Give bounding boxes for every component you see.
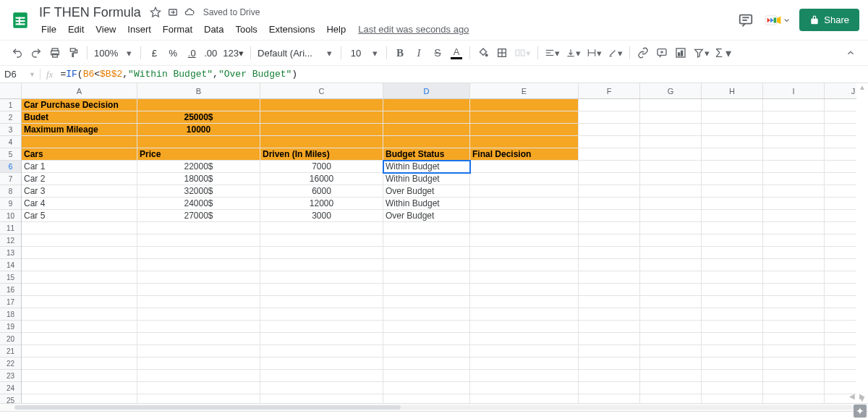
row-header-6[interactable]: 6	[0, 161, 21, 173]
cell-A1[interactable]: Car Purchase Decision	[22, 99, 137, 111]
cell-C6[interactable]: 7000	[260, 161, 383, 173]
cell-B5[interactable]: Price	[137, 148, 260, 161]
cell-E16[interactable]	[470, 284, 579, 296]
cell-D10[interactable]: Over Budget	[383, 210, 470, 222]
cell-G1[interactable]	[640, 99, 702, 111]
cell-C9[interactable]: 12000	[260, 198, 383, 210]
cell-A23[interactable]	[22, 370, 137, 382]
cell-I22[interactable]	[763, 357, 825, 370]
add-sheet-button[interactable]: +	[7, 415, 25, 420]
cell-H14[interactable]	[702, 259, 763, 271]
row-header-13[interactable]: 13	[0, 247, 21, 259]
sheets-logo[interactable]	[6, 6, 35, 35]
cell-C16[interactable]	[260, 284, 383, 296]
cell-C8[interactable]: 6000	[260, 185, 383, 198]
cell-H3[interactable]	[702, 124, 763, 136]
menu-file[interactable]: File	[36, 22, 61, 37]
cell-F5[interactable]	[579, 148, 640, 161]
cell-C3[interactable]	[260, 124, 383, 136]
cell-A14[interactable]	[22, 259, 137, 271]
strikethrough-button[interactable]: S	[429, 44, 446, 62]
cell-C24[interactable]	[260, 382, 383, 394]
cell-E24[interactable]	[470, 382, 579, 394]
cell-C21[interactable]	[260, 345, 383, 357]
wrap-button[interactable]: ▾	[584, 44, 604, 62]
row-header-24[interactable]: 24	[0, 382, 21, 394]
cell-C23[interactable]	[260, 370, 383, 382]
cell-D19[interactable]	[383, 321, 470, 333]
cell-I21[interactable]	[763, 345, 825, 357]
cell-D18[interactable]	[383, 308, 470, 321]
cell-G12[interactable]	[640, 234, 702, 247]
cell-J15[interactable]	[825, 271, 856, 284]
row-header-7[interactable]: 7	[0, 173, 21, 185]
menu-tools[interactable]: Tools	[230, 22, 262, 37]
cell-J21[interactable]	[825, 345, 856, 357]
cell-A12[interactable]	[22, 234, 137, 247]
cell-B23[interactable]	[137, 370, 260, 382]
cell-B12[interactable]	[137, 234, 260, 247]
cell-B24[interactable]	[137, 382, 260, 394]
cell-E8[interactable]	[470, 185, 579, 198]
cell-I4[interactable]	[763, 136, 825, 148]
cell-F13[interactable]	[579, 247, 640, 259]
name-box[interactable]: D6 ▼	[0, 69, 41, 80]
menu-format[interactable]: Format	[158, 22, 197, 37]
cell-J6[interactable]	[825, 161, 856, 173]
cell-I23[interactable]	[763, 370, 825, 382]
share-button[interactable]: Share	[799, 9, 859, 31]
menu-help[interactable]: Help	[321, 22, 351, 37]
cell-C15[interactable]	[260, 271, 383, 284]
cell-B9[interactable]: 24000$	[137, 198, 260, 210]
chart-button[interactable]	[672, 44, 689, 62]
cell-J10[interactable]	[825, 210, 856, 222]
cell-F3[interactable]	[579, 124, 640, 136]
cell-A15[interactable]	[22, 271, 137, 284]
cell-J19[interactable]	[825, 321, 856, 333]
row-header-19[interactable]: 19	[0, 321, 21, 333]
scroll-up-icon[interactable]: ▲	[859, 83, 866, 91]
cell-H24[interactable]	[702, 382, 763, 394]
cell-A18[interactable]	[22, 308, 137, 321]
row-header-2[interactable]: 2	[0, 111, 21, 124]
cell-B13[interactable]	[137, 247, 260, 259]
cell-H4[interactable]	[702, 136, 763, 148]
cell-J7[interactable]	[825, 173, 856, 185]
cell-H17[interactable]	[702, 296, 763, 308]
cell-F6[interactable]	[579, 161, 640, 173]
star-icon[interactable]	[150, 7, 161, 18]
cell-C10[interactable]: 3000	[260, 210, 383, 222]
cell-D21[interactable]	[383, 345, 470, 357]
cell-E13[interactable]	[470, 247, 579, 259]
cell-H22[interactable]	[702, 357, 763, 370]
halign-button[interactable]: ▾	[542, 44, 562, 62]
cell-E18[interactable]	[470, 308, 579, 321]
col-header-B[interactable]: B	[137, 83, 260, 98]
cell-E6[interactable]	[470, 161, 579, 173]
valign-button[interactable]: ▾	[563, 44, 583, 62]
col-header-D[interactable]: D	[383, 83, 470, 98]
sheet-tab[interactable]: Sheet1 ▼	[56, 412, 111, 419]
cell-A11[interactable]	[22, 222, 137, 234]
cell-F18[interactable]	[579, 308, 640, 321]
row-header-10[interactable]: 10	[0, 210, 21, 222]
menu-edit[interactable]: Edit	[63, 22, 89, 37]
cell-D12[interactable]	[383, 234, 470, 247]
col-header-E[interactable]: E	[470, 83, 579, 98]
borders-button[interactable]	[493, 44, 511, 62]
cell-G14[interactable]	[640, 259, 702, 271]
cell-D24[interactable]	[383, 382, 470, 394]
cell-I18[interactable]	[763, 308, 825, 321]
cell-G13[interactable]	[640, 247, 702, 259]
cell-D22[interactable]	[383, 357, 470, 370]
cell-D13[interactable]	[383, 247, 470, 259]
cell-H19[interactable]	[702, 321, 763, 333]
cell-G25[interactable]	[640, 394, 702, 403]
row-headers[interactable]: 1234567891011121314151617181920212223242…	[0, 99, 22, 403]
cell-B2[interactable]: 25000$	[137, 111, 260, 124]
cell-C19[interactable]	[260, 321, 383, 333]
cell-D1[interactable]	[383, 99, 470, 111]
cell-J9[interactable]	[825, 198, 856, 210]
cell-G23[interactable]	[640, 370, 702, 382]
cell-B4[interactable]	[137, 136, 260, 148]
